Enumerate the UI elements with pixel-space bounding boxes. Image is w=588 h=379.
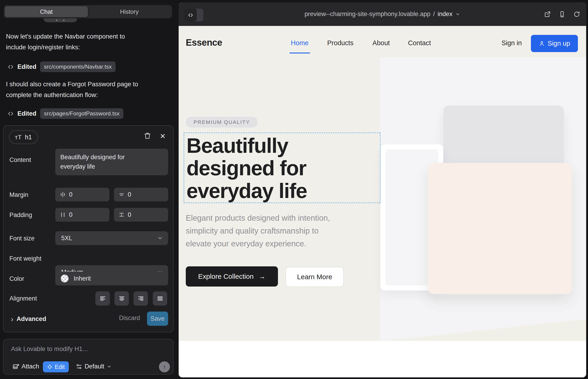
- color-picker[interactable]: Inherit: [55, 272, 168, 285]
- url-page-selector[interactable]: index: [438, 11, 452, 18]
- edited-file-row: Edited src/pages/ForgotPassword.tsx: [8, 108, 123, 119]
- chat-input-box[interactable]: Ask Lovable to modify H1... Attach Edit …: [3, 339, 174, 375]
- site-logo[interactable]: Essence: [186, 37, 222, 48]
- tab-chat[interactable]: Chat: [5, 6, 88, 17]
- sign-up-button[interactable]: Sign up: [531, 35, 578, 52]
- decor-diagonal-wedge: [385, 319, 586, 341]
- refresh-button[interactable]: [573, 11, 580, 18]
- font-weight-label: Font weight: [9, 255, 42, 262]
- save-button[interactable]: Save: [147, 312, 168, 326]
- message-line: complete the authentication flow:: [6, 90, 167, 100]
- content-input[interactable]: Beautifully designed for everyday life: [55, 149, 168, 175]
- mobile-view-button[interactable]: [559, 11, 566, 18]
- attach-button[interactable]: Attach: [11, 363, 41, 370]
- margin-x-value: 0: [69, 191, 73, 198]
- mode-label: Default: [85, 363, 104, 370]
- message-line: include login/register links:: [6, 42, 167, 53]
- align-center-button[interactable]: [114, 291, 129, 306]
- explore-label: Explore Collection: [198, 272, 254, 280]
- site-viewport: Essence Home Products About Contact Sign…: [179, 26, 586, 377]
- url-bar[interactable]: preview--charming-site-symphony.lovable.…: [179, 2, 586, 26]
- hero-paragraph: Elegant products designed with intention…: [186, 212, 330, 250]
- lovable-workspace: Chat History Now let's update the Navbar…: [0, 0, 588, 379]
- margin-y-input[interactable]: 0: [114, 188, 168, 201]
- heading-line: Beautifully: [186, 134, 380, 157]
- edited-file-row: Edited src/components/Navbar.tsx: [8, 62, 116, 72]
- sliders-icon: [76, 363, 82, 370]
- assistant-message: Now let's update the Navbar component to…: [6, 31, 167, 53]
- padding-x-input[interactable]: 0: [55, 208, 109, 222]
- font-size-value: 5XL: [61, 235, 72, 242]
- attach-label: Attach: [22, 363, 39, 370]
- selected-h1-outline[interactable]: Beautifully designed for everyday life: [184, 133, 380, 203]
- advanced-label: Advanced: [16, 316, 46, 323]
- chevron-down-icon: [107, 364, 112, 369]
- mode-selector[interactable]: Default: [75, 363, 113, 370]
- margin-x-input[interactable]: 0: [55, 188, 109, 201]
- section-below-hero: [179, 341, 586, 377]
- element-tag-label: h1: [25, 134, 32, 141]
- align-right-button[interactable]: [134, 291, 148, 306]
- edited-file-badge[interactable]: src/components/Navbar.tsx: [40, 62, 116, 72]
- padding-y-input[interactable]: 0: [114, 208, 168, 222]
- padding-x-value: 0: [69, 211, 73, 218]
- color-value: Inherit: [74, 275, 91, 282]
- margin-vertical-icon: [119, 191, 124, 198]
- sign-up-label: Sign up: [548, 40, 570, 47]
- paragraph-line: Elegant products designed with intention…: [186, 212, 330, 225]
- element-editor-panel: тT h1 ✕ Content Beautifully designed for…: [3, 125, 174, 332]
- chat-input-placeholder[interactable]: Ask Lovable to modify H1...: [11, 345, 88, 353]
- hero-heading: Beautifully designed for everyday life: [184, 133, 380, 202]
- premium-quality-badge: PREMIUM QUALITY: [186, 117, 258, 127]
- margin-label: Margin: [9, 191, 29, 198]
- nav-link-about[interactable]: About: [372, 39, 390, 47]
- padding-y-value: 0: [128, 211, 131, 218]
- chevron-down-icon: [455, 12, 460, 17]
- user-icon: [539, 40, 545, 47]
- chat-panel: Chat History Now let's update the Navbar…: [0, 0, 179, 379]
- align-justify-button[interactable]: [153, 291, 167, 306]
- margin-horizontal-icon: [60, 191, 66, 198]
- code-icon: [8, 111, 14, 117]
- alignment-label: Alignment: [9, 295, 37, 302]
- advanced-toggle[interactable]: › Advanced: [9, 315, 47, 323]
- decor-card-front: [428, 163, 572, 294]
- code-icon: [8, 64, 14, 70]
- sign-in-link[interactable]: Sign in: [502, 39, 522, 47]
- selected-element-tag[interactable]: тT h1: [9, 130, 38, 144]
- edited-label: Edited: [17, 110, 36, 117]
- scrolled-chip[interactable]: [44, 18, 77, 22]
- target-icon: [47, 364, 52, 370]
- edited-file-badge[interactable]: src/pages/ForgotPassword.tsx: [40, 108, 124, 119]
- open-external-button[interactable]: [544, 11, 551, 18]
- nav-link-products[interactable]: Products: [327, 39, 353, 47]
- nav-link-home[interactable]: Home: [291, 39, 309, 47]
- paragraph-line: elevate your everyday experience.: [186, 237, 330, 250]
- delete-element-button[interactable]: [144, 132, 151, 140]
- type-icon: тT: [15, 134, 22, 141]
- close-editor-button[interactable]: ✕: [160, 132, 166, 140]
- url-host: preview--charming-site-symphony.lovable.…: [305, 11, 431, 18]
- edit-label: Edit: [55, 364, 65, 370]
- nav-link-contact[interactable]: Contact: [408, 39, 431, 47]
- align-left-button[interactable]: [95, 291, 110, 306]
- discard-button[interactable]: Discard: [118, 314, 141, 322]
- attach-image-icon: [12, 363, 19, 370]
- browser-actions: [544, 2, 580, 26]
- chevron-down-icon: [157, 235, 163, 241]
- send-button[interactable]: ↑: [159, 361, 170, 372]
- edit-mode-button[interactable]: Edit: [43, 361, 69, 372]
- align-center-icon: [118, 295, 125, 302]
- mobile-device-icon: [559, 11, 566, 18]
- align-right-icon: [137, 295, 144, 302]
- heading-line: everyday life: [186, 180, 380, 202]
- explore-collection-button[interactable]: Explore Collection →: [186, 266, 278, 286]
- tab-history[interactable]: History: [88, 6, 171, 17]
- preview-panel: preview--charming-site-symphony.lovable.…: [179, 2, 586, 377]
- message-line: Now let's update the Navbar component to: [6, 31, 167, 42]
- align-justify-icon: [157, 295, 164, 302]
- font-size-select[interactable]: 5XL: [55, 231, 168, 245]
- url-separator: /: [433, 11, 435, 18]
- learn-more-button[interactable]: Learn More: [286, 267, 344, 287]
- color-swatch-transparent: [61, 275, 69, 283]
